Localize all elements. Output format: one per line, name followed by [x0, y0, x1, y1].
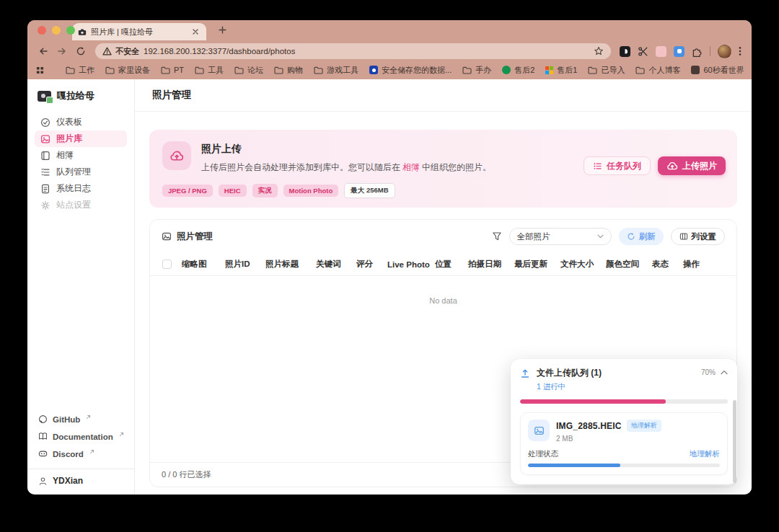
- pink-extension-icon[interactable]: [656, 46, 666, 57]
- forward-button[interactable]: [53, 43, 71, 60]
- browser-menu-icon[interactable]: [739, 46, 741, 56]
- tab-close-icon[interactable]: [190, 27, 201, 37]
- minimize-window-button[interactable]: [52, 26, 61, 35]
- column-header-title: 照片标题: [265, 259, 316, 270]
- link-label: GitHub: [53, 415, 80, 424]
- bookmark-item[interactable]: 售后2: [502, 65, 534, 76]
- format-tag: HEIC: [219, 185, 247, 197]
- image-icon: [534, 425, 545, 436]
- app-brand[interactable]: 嘎拉给母: [35, 88, 127, 114]
- blue-extension-icon[interactable]: [674, 46, 685, 57]
- sidebar-item-albums[interactable]: 相簿: [35, 147, 127, 164]
- user-menu[interactable]: YDXian: [35, 476, 127, 487]
- sidebar-item-system-logs[interactable]: 系统日志: [35, 180, 127, 197]
- sidebar-item-site-settings[interactable]: 站点设置: [35, 197, 127, 213]
- collapse-chevron-icon[interactable]: [721, 370, 728, 375]
- bookmark-item[interactable]: 论坛: [234, 65, 263, 76]
- bookmark-item[interactable]: 60秒看世界: [691, 65, 744, 76]
- sidebar-item-queue-management[interactable]: 队列管理: [35, 164, 127, 180]
- upload-cloud-iconbox: [162, 141, 191, 170]
- sidebar-item-photo-library[interactable]: 照片库: [35, 130, 127, 147]
- bookmark-item[interactable]: 已导入: [588, 65, 625, 76]
- banner-desc-text: 上传后照片会自动处理并添加到库中。您可以随后在: [201, 162, 400, 172]
- profile-avatar[interactable]: [718, 45, 731, 58]
- column-header-capture-date: 拍摄日期: [468, 259, 514, 270]
- bookmark-star-icon[interactable]: [594, 46, 604, 56]
- window-controls: [38, 26, 75, 35]
- column-header-thumbnail: 缩略图: [182, 259, 225, 270]
- external-link-icon: [89, 449, 94, 454]
- extensions-puzzle-icon[interactable]: [692, 46, 703, 57]
- table-header-row: 缩略图 照片ID 照片标题 关键词 评分 Live Photo 位置 拍摄日期 …: [150, 253, 736, 276]
- close-window-button[interactable]: [38, 26, 46, 35]
- size-limit-tag: 最大 256MB: [344, 183, 395, 198]
- select-all-checkbox[interactable]: [162, 260, 172, 269]
- bookmark-item[interactable]: PT: [161, 66, 184, 74]
- column-header-location: 位置: [435, 259, 468, 270]
- refresh-button[interactable]: 刷新: [619, 228, 664, 245]
- news-app-icon: [691, 66, 700, 74]
- sidebar-item-dashboard[interactable]: 仪表板: [35, 114, 127, 130]
- bookmark-label: 手办: [475, 65, 491, 76]
- bookmarks-bar: 工作 家里设备 PT 工具 论坛 购物 游戏工具 安全储存您的数据... 手办 …: [27, 62, 752, 79]
- table-title-label: 照片管理: [177, 231, 213, 243]
- microsoft-icon: [545, 66, 553, 74]
- column-header-color-space: 颜色空间: [606, 259, 652, 270]
- albums-inline-link[interactable]: 相簿: [402, 162, 420, 172]
- bookmark-item[interactable]: 售后1: [545, 65, 577, 76]
- format-tag: JPEG / PNG: [162, 185, 213, 197]
- extensions-row: [617, 45, 744, 58]
- bookmark-item[interactable]: 手办: [462, 65, 491, 76]
- column-header-keywords: 关键词: [316, 259, 356, 270]
- browser-tab[interactable]: 照片库 | 嘎拉给母: [72, 23, 206, 40]
- column-settings-button[interactable]: 列设置: [671, 228, 726, 245]
- bookmark-item[interactable]: 安全储存您的数据...: [369, 65, 452, 76]
- photo-filter-select[interactable]: 全部照片: [509, 228, 612, 245]
- link-label: Documentation: [53, 433, 113, 441]
- banner-description: 上传后照片会自动处理并添加到库中。您可以随后在相簿中组织您的照片。: [201, 161, 491, 174]
- upload-photos-button[interactable]: 上传照片: [658, 156, 726, 175]
- file-image-iconbox: [528, 420, 550, 441]
- cloud-app-icon: [369, 66, 378, 74]
- queue-progress-track: [520, 399, 728, 404]
- task-queue-button[interactable]: 任务队列: [584, 156, 651, 175]
- shears-extension-icon[interactable]: [638, 46, 648, 57]
- chevron-down-icon: [597, 234, 604, 239]
- bookmark-item[interactable]: 工作: [66, 65, 94, 76]
- scrollbar-thumb[interactable]: [733, 400, 736, 483]
- sidebar-item-label: 照片库: [56, 133, 82, 145]
- filter-funnel-icon[interactable]: [492, 231, 502, 241]
- processing-status-value[interactable]: 地理解析: [690, 449, 720, 459]
- column-header-file-size: 文件大小: [560, 259, 606, 270]
- column-settings-label: 列设置: [692, 231, 717, 242]
- page-header: 照片管理: [135, 79, 752, 112]
- bookmark-item[interactable]: 购物: [274, 65, 303, 76]
- security-chip[interactable]: 不安全: [102, 46, 139, 57]
- bookmark-item[interactable]: 工具: [195, 65, 224, 76]
- bookmark-item[interactable]: 游戏工具: [314, 65, 358, 76]
- upload-banner: 照片上传 上传后照片会自动处理并添加到库中。您可以随后在相簿中组织您的照片。 J…: [149, 130, 737, 208]
- darkreader-extension-icon[interactable]: [620, 46, 630, 57]
- column-header-status: 表态: [652, 259, 683, 270]
- item-progress-fill: [528, 464, 620, 467]
- documentation-link[interactable]: Documentation: [35, 429, 127, 444]
- new-tab-button[interactable]: [214, 22, 231, 39]
- address-bar[interactable]: 不安全 192.168.200.132:3377/dashboard/photo…: [95, 43, 611, 59]
- processing-status-label: 处理状态: [528, 449, 558, 459]
- format-tag: Motion Photo: [283, 185, 339, 197]
- refresh-label: 刷新: [639, 231, 656, 242]
- apps-grid-icon[interactable]: [36, 66, 44, 74]
- reload-button[interactable]: [72, 43, 89, 60]
- username: YDXian: [53, 476, 83, 486]
- image-icon: [162, 231, 172, 241]
- bookmark-item[interactable]: 家里设备: [105, 65, 150, 76]
- zoom-window-button[interactable]: [66, 26, 75, 35]
- github-link[interactable]: GitHub: [35, 412, 127, 427]
- bookmark-item[interactable]: 个人博客: [635, 65, 680, 76]
- discord-link[interactable]: Discord: [35, 446, 127, 461]
- green-app-icon: [502, 66, 511, 74]
- cloud-upload-icon: [170, 149, 184, 162]
- back-button[interactable]: [35, 43, 52, 60]
- app-logo-icon: [38, 91, 51, 102]
- task-list-icon: [593, 161, 602, 171]
